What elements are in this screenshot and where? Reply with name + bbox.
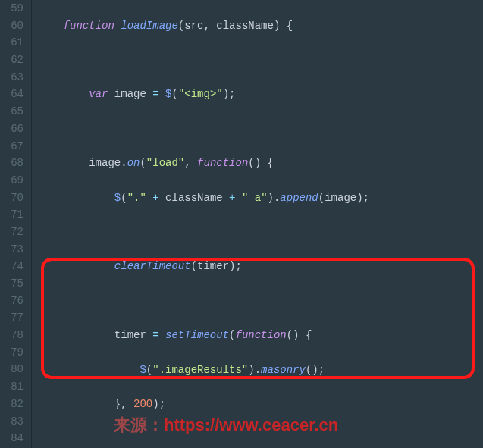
code-line[interactable]: clearTimeout(timer); (38, 258, 483, 275)
line-number: 76 (5, 293, 24, 310)
var-classname: className (165, 192, 223, 204)
line-number: 83 (5, 413, 24, 431)
code-line[interactable]: $("." + className + " a").append(image); (38, 190, 483, 207)
line-number: 74 (5, 258, 24, 275)
string-load: "load" (146, 157, 184, 169)
arg-image: image (325, 192, 356, 204)
code-line[interactable]: function loadImage(src, className) { (38, 17, 483, 35)
string-img: "<img>" (178, 88, 223, 100)
method-on: on (127, 157, 140, 169)
keyword-var: var (89, 88, 108, 100)
code-line[interactable]: timer = setTimeout(function() { (38, 327, 483, 344)
arg-timer: timer (197, 260, 229, 272)
var-timer: timer (114, 329, 146, 341)
code-editor: 5960616263646566676869707172737475767778… (0, 0, 483, 448)
line-number: 81 (5, 378, 24, 396)
line-number: 84 (5, 430, 24, 447)
line-number: 73 (5, 241, 24, 258)
line-number: 68 (5, 155, 24, 172)
line-number: 64 (5, 86, 24, 103)
param-classname: className (216, 20, 274, 32)
code-line[interactable]: }, 200); (38, 396, 483, 413)
op-plus: + (152, 192, 158, 204)
code-line[interactable] (38, 224, 483, 241)
line-number: 77 (5, 309, 24, 327)
code-line[interactable] (38, 293, 483, 310)
line-number: 82 (5, 396, 24, 413)
line-number: 79 (5, 344, 24, 362)
var-image: image (114, 88, 146, 100)
fn-cleartimeout: clearTimeout (114, 260, 191, 272)
line-number: 75 (5, 275, 24, 293)
code-area[interactable]: function loadImage(src, className) { var… (32, 0, 483, 448)
code-line[interactable] (38, 121, 483, 138)
code-line[interactable] (38, 52, 483, 69)
param-src: src (184, 20, 203, 32)
line-number: 59 (5, 0, 24, 17)
line-number: 71 (5, 206, 24, 224)
line-number: 65 (5, 103, 24, 121)
code-line[interactable] (38, 430, 483, 447)
line-number: 69 (5, 172, 24, 190)
line-number: 67 (5, 138, 24, 155)
keyword-function: function (235, 329, 286, 341)
string-imageresults: ".imageResults" (152, 364, 248, 376)
method-masonry: masonry (261, 364, 306, 376)
line-number: 78 (5, 327, 24, 344)
line-number: 70 (5, 190, 24, 207)
line-number: 66 (5, 121, 24, 138)
string-a: " a" (242, 192, 268, 204)
code-line[interactable]: var image = $("<img>"); (38, 86, 483, 103)
number-200: 200 (133, 398, 152, 410)
line-number: 72 (5, 224, 24, 241)
code-line[interactable]: $(".imageResults").masonry(); (38, 362, 483, 379)
line-number: 62 (5, 52, 24, 69)
line-number: 61 (5, 34, 24, 52)
code-line[interactable]: image.on("load", function() { (38, 155, 483, 172)
method-append: append (280, 192, 318, 204)
keyword-function: function (197, 157, 248, 169)
function-name: loadImage (121, 20, 178, 32)
line-number-gutter: 5960616263646566676869707172737475767778… (0, 0, 32, 448)
jquery-dollar: $ (114, 192, 121, 204)
line-number: 63 (5, 69, 24, 86)
keyword-function: function (64, 20, 114, 32)
string-dot: "." (127, 192, 146, 204)
fn-settimeout: setTimeout (165, 329, 229, 341)
var-image: image (89, 157, 121, 169)
jquery-dollar: $ (140, 364, 146, 376)
line-number: 80 (5, 361, 24, 378)
line-number: 60 (5, 17, 24, 35)
